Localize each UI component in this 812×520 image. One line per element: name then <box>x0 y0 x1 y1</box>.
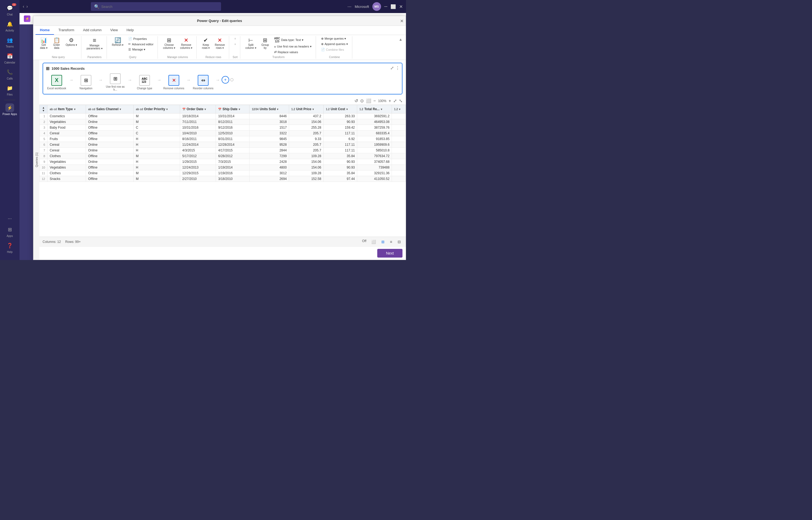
get-data-button[interactable]: 📊 Getdata ▾ <box>38 36 50 51</box>
data-type-button[interactable]: ABC123 Data type: Text ▾ <box>272 36 313 44</box>
minimize-button[interactable]: ─ <box>384 4 387 9</box>
search-bar[interactable]: 🔍 <box>91 2 221 11</box>
col-header-units-sold[interactable]: 12/34 Units Sold ▾ <box>250 105 289 113</box>
sidebar-item-help[interactable]: ❓ Help <box>1 240 19 255</box>
more-options-icon[interactable]: ··· <box>347 4 352 9</box>
col-header-ship-date[interactable]: 📅 Ship Date ▾ <box>216 105 250 113</box>
group-by-button[interactable]: ⊞ Groupby <box>259 36 271 51</box>
collapse-button[interactable]: ⤡ <box>399 98 402 103</box>
flow-step-navigation[interactable]: ⊞ Navigation <box>75 75 97 90</box>
sidebar-item-calendar[interactable]: 📅 Calendar <box>1 50 19 66</box>
combine-files-button[interactable]: 📄 Combine files <box>319 47 350 52</box>
replace-values-button[interactable]: ⇄ Replace values <box>272 49 313 55</box>
flow-step-excel[interactable]: X Excel workbook <box>46 75 67 90</box>
keep-rows-button[interactable]: ✔ Keeprows ▾ <box>200 36 212 51</box>
tab-transform[interactable]: Transform <box>54 26 79 35</box>
flow-step-removecolumns[interactable]: ✕ Remove columns <box>163 75 185 90</box>
close-window-button[interactable]: ✕ <box>399 4 403 9</box>
pq-close-button[interactable]: ✕ <box>400 18 403 23</box>
sidebar-item-files[interactable]: 📁 Files <box>1 82 19 98</box>
expand-button[interactable]: ⤢ <box>393 98 397 103</box>
sidebar-item-chat[interactable]: 💬 1 Chat <box>1 2 19 18</box>
table-row: 2 Vegetables Online M 7/11/2011 8/12/201… <box>39 119 406 125</box>
cell-units-sold: 3012 <box>250 171 289 176</box>
split-column-button[interactable]: ⊢ Splitcolumn ▾ <box>244 36 258 51</box>
col-header-order-date[interactable]: 📅 Order Date ▾ <box>180 105 216 113</box>
options-button[interactable]: ⚙ Options ▾ <box>64 36 79 48</box>
unit-price-filter[interactable]: ▾ <box>312 108 314 111</box>
undo-button[interactable]: ↺ <box>355 98 358 103</box>
sidebar-item-calls[interactable]: 📞 Calls <box>1 66 19 82</box>
sidebar-item-apps[interactable]: ⊞ Apps <box>1 224 19 239</box>
queries-panel[interactable]: Queries [1] <box>33 60 39 260</box>
ship-date-filter[interactable]: ▾ <box>239 108 240 111</box>
flow-more-button[interactable]: ⋮ <box>395 66 400 71</box>
properties-button[interactable]: 📄 Properties <box>127 36 156 41</box>
data-table-container[interactable]: ▲ ▼ ab cd Item Type ▾ <box>39 105 406 237</box>
choose-columns-button[interactable]: ⊞ Choosecolumns ▾ <box>161 36 177 51</box>
view-btn-2[interactable]: ⊞ <box>380 239 386 244</box>
row-expand-down[interactable]: ▼ <box>42 109 45 112</box>
col-header-total-revenue[interactable]: 1.2 Total Re... ▾ <box>357 105 392 113</box>
maximize-button[interactable]: ⬜ <box>391 4 396 9</box>
flow-step-changetype[interactable]: ABC123 Change type <box>134 75 156 90</box>
fit-window-button[interactable]: ⬜ <box>366 98 371 103</box>
view-btn-4[interactable]: ⊟ <box>396 239 402 244</box>
order-date-filter[interactable]: ▾ <box>204 108 206 111</box>
advanced-editor-button[interactable]: ✏ Advanced editor <box>127 42 156 47</box>
col-header-item-type[interactable]: ab cd Item Type ▾ <box>48 105 86 113</box>
tab-home[interactable]: Home <box>35 26 54 35</box>
flow-expand-button[interactable]: ⤢ <box>390 66 394 71</box>
remove-columns-button[interactable]: ✕ Removecolumns ▾ <box>178 36 194 51</box>
zoom-in-button[interactable]: + <box>389 99 391 103</box>
enter-data-button[interactable]: 📋 Enterdata <box>51 36 63 51</box>
manage-button[interactable]: ☰ Manage ▾ <box>127 47 156 52</box>
user-avatar[interactable]: MS <box>372 2 381 11</box>
main-content: ⚡ Power Apps Home Build About Power Quer… <box>20 13 406 260</box>
col-header-sales-channel[interactable]: ab cd Sales Channel ▾ <box>86 105 134 113</box>
next-button[interactable]: Next <box>377 249 402 258</box>
flow-step-reordercolumns[interactable]: ⇔ Reorder columns <box>192 75 214 90</box>
units-sold-filter[interactable]: ▾ <box>277 108 278 111</box>
total-revenue-filter[interactable]: ▾ <box>381 108 382 111</box>
order-priority-filter[interactable]: ▾ <box>166 108 168 111</box>
unit-cost-filter[interactable]: ▾ <box>346 108 348 111</box>
tab-add-column[interactable]: Add column <box>79 26 106 35</box>
chat-label: Chat <box>7 13 12 16</box>
col-header-order-priority[interactable]: ab cd Order Priority ▾ <box>134 105 180 113</box>
item-type-filter[interactable]: ▾ <box>74 108 75 111</box>
append-queries-button[interactable]: ⊕ Append queries ▾ <box>319 42 350 47</box>
view-btn-1[interactable]: ⬜ <box>370 239 377 244</box>
table-body: 1 Cosmetics Offline M 10/18/2014 10/31/2… <box>39 113 406 182</box>
forward-button[interactable]: › <box>26 4 28 9</box>
view-btn-3[interactable]: ≡ <box>388 239 394 244</box>
manage-parameters-button[interactable]: ≡ Manageparameters ▾ <box>85 36 104 51</box>
sidebar-item-teams[interactable]: 👥 Teams <box>1 34 19 50</box>
add-step-button[interactable]: + <box>222 76 229 84</box>
merge-queries-button[interactable]: ⊕ Merge queries ▾ <box>319 36 350 41</box>
col-header-col10[interactable]: 1.2 ▾ <box>392 105 406 113</box>
sales-channel-filter[interactable]: ▾ <box>120 108 121 111</box>
search-input[interactable] <box>101 5 218 9</box>
tab-help[interactable]: Help <box>122 26 138 35</box>
order-date-type-icon: 📅 <box>182 108 186 111</box>
sort-desc-button[interactable]: ↓ <box>232 41 238 46</box>
collapse-ribbon-button[interactable]: ▲ <box>398 36 403 43</box>
col-header-unit-cost[interactable]: 1.2 Unit Cost ▾ <box>324 105 357 113</box>
col10-filter[interactable]: ▾ <box>399 108 400 111</box>
row-expand-up[interactable]: ▲ <box>42 106 45 109</box>
tab-view[interactable]: View <box>106 26 122 35</box>
sort-asc-button[interactable]: ↑ <box>232 36 238 41</box>
cell-unit-cost: 159.42 <box>324 125 357 131</box>
remove-rows-button[interactable]: ✕ Removerows ▾ <box>213 36 227 51</box>
zoom-out-button[interactable]: − <box>373 99 376 103</box>
flow-step-firstrow[interactable]: ⊞ Use first row as h... <box>105 73 126 91</box>
sidebar-item-powerapps[interactable]: ⚡ Power Apps <box>1 102 19 118</box>
sidebar-item-activity[interactable]: 🔔 Activity <box>1 18 19 34</box>
fit-button[interactable]: ⊙ <box>360 98 364 103</box>
back-button[interactable]: ‹ <box>23 4 24 9</box>
more-options[interactable]: ··· <box>1 214 19 224</box>
first-row-headers-button[interactable]: ≡ Use first row as headers ▾ <box>272 44 313 49</box>
refresh-button[interactable]: 🔄 Refresh ▾ <box>110 36 125 48</box>
col-header-unit-price[interactable]: 1.2 Unit Price ▾ <box>289 105 324 113</box>
